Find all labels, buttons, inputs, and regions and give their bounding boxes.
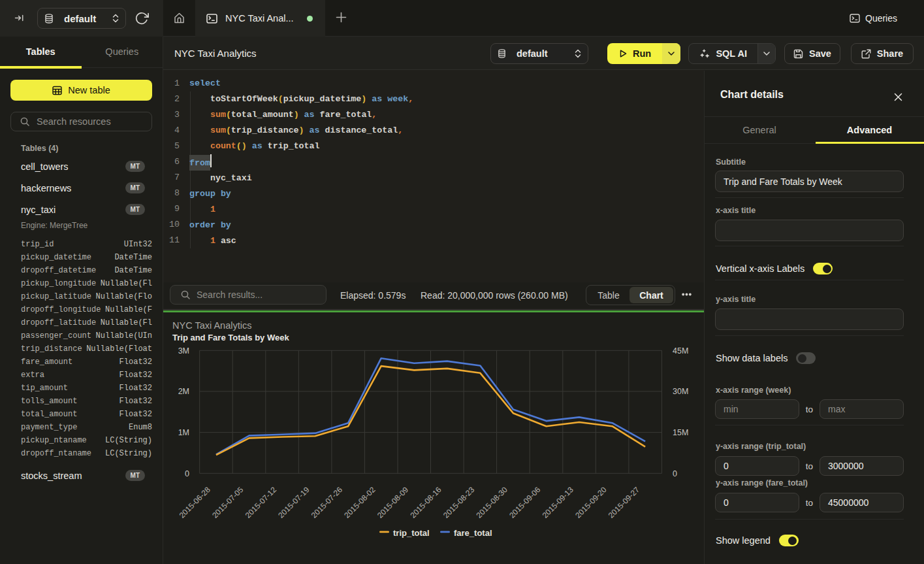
svg-text:45M: 45M xyxy=(673,346,688,356)
svg-text:3M: 3M xyxy=(178,346,189,356)
svg-text:2015-08-30: 2015-08-30 xyxy=(475,485,510,520)
svg-text:30M: 30M xyxy=(673,387,688,396)
svg-text:2015-09-27: 2015-09-27 xyxy=(607,485,642,520)
svg-text:2015-09-06: 2015-09-06 xyxy=(507,485,543,520)
svg-text:2015-06-28: 2015-06-28 xyxy=(178,485,213,520)
svg-text:2015-09-20: 2015-09-20 xyxy=(573,485,609,520)
svg-text:2015-07-19: 2015-07-19 xyxy=(276,485,311,520)
svg-text:0: 0 xyxy=(185,469,189,478)
svg-text:2015-07-05: 2015-07-05 xyxy=(210,485,246,520)
svg-text:15M: 15M xyxy=(673,428,688,437)
svg-text:Trip and Fare Totals by Week: Trip and Fare Totals by Week xyxy=(172,333,289,342)
svg-text:0: 0 xyxy=(673,469,677,478)
svg-text:NYC Taxi Analytics: NYC Taxi Analytics xyxy=(172,320,251,331)
svg-text:2015-07-26: 2015-07-26 xyxy=(310,485,345,520)
svg-text:2015-08-23: 2015-08-23 xyxy=(441,485,477,520)
svg-text:2015-07-12: 2015-07-12 xyxy=(244,485,279,520)
svg-text:fare_total: fare_total xyxy=(454,528,492,538)
svg-text:2015-08-02: 2015-08-02 xyxy=(342,485,377,520)
svg-text:trip_total: trip_total xyxy=(393,528,430,538)
svg-text:2015-09-13: 2015-09-13 xyxy=(541,485,576,520)
svg-text:2M: 2M xyxy=(178,387,189,396)
svg-text:2015-08-16: 2015-08-16 xyxy=(408,485,443,520)
svg-text:2015-08-09: 2015-08-09 xyxy=(375,485,411,520)
svg-text:1M: 1M xyxy=(178,428,189,437)
